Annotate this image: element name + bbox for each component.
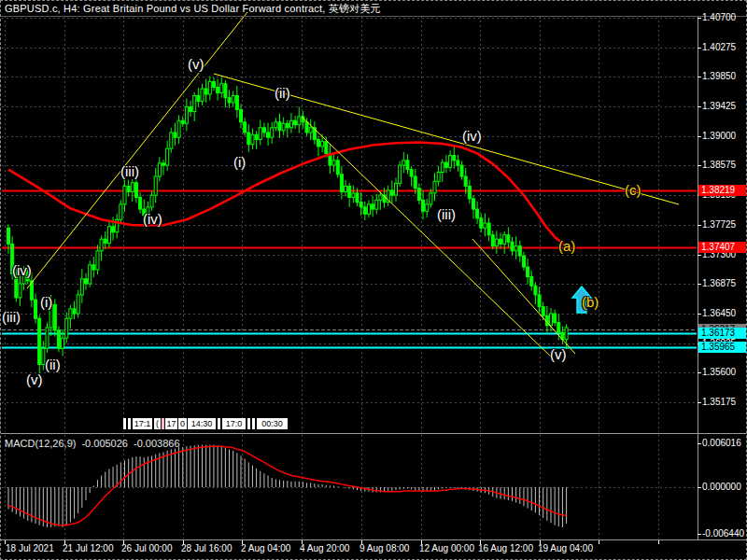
price-tick-label: 1.39000 xyxy=(702,131,736,141)
wave-label: (i) xyxy=(40,294,52,310)
session-tag: 00:30 xyxy=(257,418,288,429)
wave-label: (iv) xyxy=(462,128,482,144)
macd-tick-label: -0.006440 xyxy=(702,528,744,539)
price-tick-label: 1.37725 xyxy=(702,219,736,230)
wave-label: (ii) xyxy=(275,85,290,101)
session-tag xyxy=(128,418,131,429)
macd-tick-label: 0.000000 xyxy=(702,482,741,492)
session-tag: 17 xyxy=(165,418,177,429)
price-label-resistance-level: 1.38219 xyxy=(698,185,746,196)
chart-title-bar: GBPUSD.c, H4: Great Britain Pound vs US … xyxy=(1,1,747,17)
time-tick-label: 16 Aug 12:00 xyxy=(478,543,533,553)
wave-label: (iii) xyxy=(120,163,139,179)
session-tag: 17:1 xyxy=(133,418,152,429)
wave-label: (iv) xyxy=(12,262,32,278)
time-tick-label: 21 Jul 12:00 xyxy=(63,543,114,553)
wave-label: (a) xyxy=(558,238,575,254)
session-tag xyxy=(252,418,255,429)
session-tag: 17:0 xyxy=(222,418,246,429)
macd-main-value: -0.005026 xyxy=(81,438,128,449)
mt4-chart-window: GBPUSD.c, H4: Great Britain Pound vs US … xyxy=(0,0,747,560)
price-label-resistance-level: 1.37407 xyxy=(698,242,746,253)
time-tick-label: 18 Jul 2021 xyxy=(6,543,54,553)
price-tick-label: 1.35600 xyxy=(702,367,736,377)
wave-label: (v) xyxy=(26,371,43,387)
time-tick-label: 28 Jul 16:00 xyxy=(181,543,233,553)
axis-tick-marks xyxy=(6,19,702,545)
price-tick-label: 1.36875 xyxy=(702,278,736,288)
horizontal-level-lines xyxy=(2,191,697,348)
wave-label: (iii) xyxy=(2,309,21,325)
wave-label: (b) xyxy=(582,294,599,310)
wave-label: (ii) xyxy=(45,357,61,372)
wave-label: (v) xyxy=(188,56,204,72)
session-tag xyxy=(247,418,250,429)
price-tick-label: 1.39425 xyxy=(702,101,736,111)
macd-tick-label: 0.006016 xyxy=(702,438,741,448)
price-chart-canvas[interactable] xyxy=(1,1,747,560)
macd-signal-value: -0.003866 xyxy=(134,438,180,449)
price-tick-label: 1.40275 xyxy=(702,42,736,52)
price-tick-label: 1.39850 xyxy=(702,71,736,81)
macd-indicator-label: MACD(12,26,9)-0.005026-0.003866 xyxy=(5,438,186,449)
time-tick-label: 19 Aug 04:00 xyxy=(538,543,593,553)
price-tick-label: 1.36450 xyxy=(702,308,736,318)
macd-histogram xyxy=(8,445,567,527)
wave-label: (iii) xyxy=(437,206,456,222)
session-tag xyxy=(162,418,164,429)
session-tag: 0 xyxy=(178,418,187,429)
time-tick-label: 26 Jul 00:00 xyxy=(121,543,173,553)
session-tag: 14:30 xyxy=(188,418,216,429)
macd-name: MACD(12,26,9) xyxy=(5,438,76,449)
moving-average-line xyxy=(8,142,567,245)
price-label-support-level: 1.35965 xyxy=(698,342,746,353)
time-tick-label: 12 Aug 00:00 xyxy=(419,543,474,553)
chart-title: GBPUSD.c, H4: Great Britain Pound vs US … xyxy=(5,2,381,16)
session-tag xyxy=(123,418,126,429)
grid xyxy=(2,16,697,539)
wave-label: (iv) xyxy=(143,211,162,227)
wave-label: (c) xyxy=(625,182,641,198)
window-frames xyxy=(1,17,747,540)
price-tick-label: 1.40700 xyxy=(702,12,736,22)
session-tag xyxy=(218,418,220,429)
wave-label: (v) xyxy=(550,346,567,362)
time-tick-label: 4 Aug 20:00 xyxy=(300,543,349,553)
time-tick-label: 9 Aug 08:00 xyxy=(359,543,409,553)
wave-label: (i) xyxy=(233,154,246,170)
price-tick-label: 1.35175 xyxy=(702,397,736,407)
session-tag: ( xyxy=(154,418,161,429)
price-label-support-level: 1.36173 xyxy=(698,328,746,339)
price-tick-label: 1.38575 xyxy=(702,160,736,170)
time-tick-label: 2 Aug 04:00 xyxy=(241,543,290,553)
